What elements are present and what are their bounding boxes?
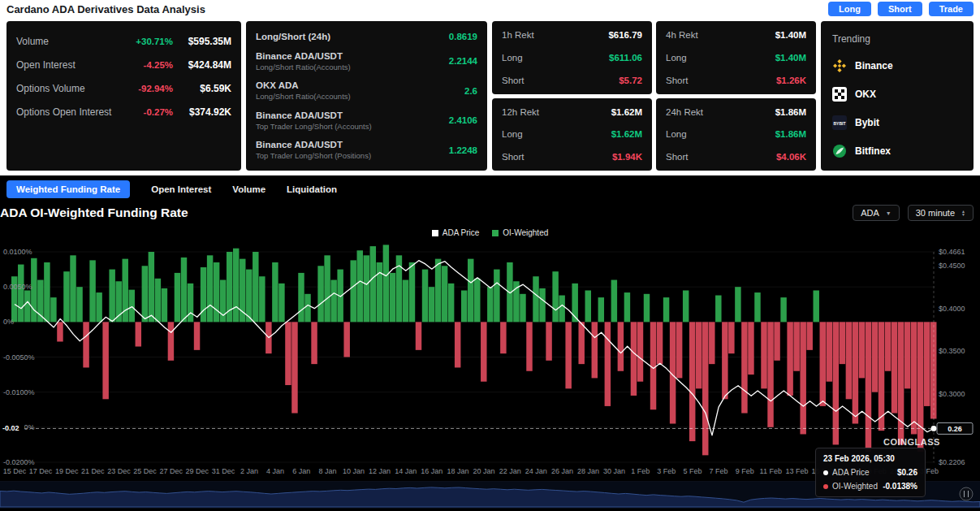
ratio-value: 0.8619: [449, 32, 477, 41]
legend-item-oi-weighted[interactable]: OI-Weighted: [492, 228, 548, 237]
coinglass-watermark: COINGLASS: [883, 437, 940, 447]
tooltip-label: ADA Price: [832, 468, 870, 477]
short-button[interactable]: Short: [878, 2, 922, 16]
summary-cards-row: Volume +30.71% $595.35M Open Interest -4…: [6, 21, 974, 171]
rekt-short-label: Short: [666, 152, 689, 162]
rekt-short-value: $1.26K: [776, 76, 806, 85]
tooltip-row: ADA Price $0.26: [823, 468, 917, 477]
metric-row: Options Volume -92.94% $6.59K: [16, 83, 231, 94]
svg-text:24 Jan: 24 Jan: [525, 467, 547, 475]
tooltip-value: $0.26: [897, 468, 917, 477]
okx-icon: [832, 87, 847, 102]
svg-text:27 Dec: 27 Dec: [159, 467, 183, 475]
rekt-total: $1.62M: [611, 107, 642, 117]
bybit-icon: BYBIT: [832, 115, 847, 130]
bitfinex-icon: [832, 144, 847, 158]
metric-value: $6.59K: [181, 83, 231, 94]
metric-label: Options Volume: [16, 83, 85, 94]
svg-text:2 Jan: 2 Jan: [240, 467, 258, 475]
trending-title: Trending: [832, 33, 962, 45]
coin-select-value: ADA: [861, 208, 879, 218]
rekt-long-label: Long: [666, 53, 687, 63]
rekt-long-value: $1.86M: [775, 129, 806, 139]
svg-text:$0.4500: $0.4500: [939, 262, 965, 270]
ratio-row: Long/Short (24h) 0.8619: [256, 32, 477, 41]
svg-text:13 Feb: 13 Feb: [785, 467, 808, 475]
trending-item-binance[interactable]: Binance: [832, 58, 962, 73]
trending-item-bitfinex[interactable]: Bitfinex: [832, 144, 962, 158]
binance-icon: [832, 58, 847, 73]
chart-tooltip: 23 Feb 2026, 05:30 ADA Price $0.26 OI-We…: [815, 448, 926, 497]
rekt-total: $1.86M: [775, 107, 806, 117]
ratio-title: Long/Short (24h): [256, 32, 330, 41]
svg-text:16 Jan: 16 Jan: [421, 467, 443, 475]
rekt-title: 12h Rekt: [502, 107, 539, 117]
price-dot-icon: [823, 470, 828, 475]
rekt-long-label: Long: [502, 53, 523, 63]
svg-text:0.0050%: 0.0050%: [3, 283, 32, 291]
tab-liquidation[interactable]: Liquidation: [287, 184, 337, 194]
svg-text:3 Feb: 3 Feb: [657, 467, 676, 475]
funding-rate-chart[interactable]: 0.0100%0.0050%0%-0.0050%-0.0100%-0.0150%…: [0, 240, 980, 476]
metric-change: -92.94%: [138, 84, 173, 93]
tab-weighted-funding-rate[interactable]: Weighted Funding Rate: [6, 180, 130, 198]
rekt-short-value: $5.72: [619, 76, 642, 85]
rekt-title: 1h Rekt: [502, 30, 534, 40]
rekt-total: $616.79: [608, 30, 642, 40]
trade-button[interactable]: Trade: [929, 2, 974, 16]
svg-text:19 Dec: 19 Dec: [55, 467, 79, 475]
top-section: Cardano ADA Derivatives Data Analysis Lo…: [0, 0, 980, 175]
metric-value: $424.84M: [181, 59, 231, 71]
metric-label: Volume: [16, 36, 49, 47]
chart-title: ADA OI-Weighted Funding Rate: [0, 206, 188, 220]
rekt-short-label: Short: [502, 152, 525, 162]
tooltip-value: -0.0138%: [883, 482, 917, 491]
liquidation-rekt-grid: 1h Rekt$616.79 Long$611.06 Short$5.72 4h…: [492, 21, 816, 171]
rekt-card-24h: 24h Rekt$1.86M Long$1.86M Short$4.06K: [656, 98, 816, 171]
coin-select[interactable]: ADA ▼: [853, 205, 900, 221]
ratio-row: Binance ADA/USDT Top Trader Long/Short (…: [256, 140, 477, 160]
svg-text:29 Dec: 29 Dec: [186, 467, 209, 475]
legend-label: ADA Price: [443, 228, 480, 237]
ratio-title: OKX ADA: [256, 80, 351, 90]
interval-select[interactable]: 30 minute ▲▼: [908, 205, 974, 221]
legend-marker: [432, 230, 438, 236]
tab-open-interest[interactable]: Open Interest: [151, 184, 211, 194]
trending-item-bybit[interactable]: BYBIT Bybit: [832, 115, 962, 130]
metric-label: Options Open Interest: [16, 106, 111, 118]
svg-text:18 Jan: 18 Jan: [447, 467, 468, 475]
svg-text:4 Jan: 4 Jan: [266, 467, 284, 475]
svg-text:6 Jan: 6 Jan: [292, 467, 310, 475]
ratio-subtitle: Top Trader Long/Short (Positions): [256, 151, 371, 160]
navigator-handle: [960, 487, 973, 500]
ratio-subtitle: Top Trader Long/Short (Accounts): [256, 122, 372, 131]
long-button[interactable]: Long: [828, 2, 871, 16]
rekt-long-value: $611.06: [609, 53, 642, 63]
chart-header: ADA OI-Weighted Funding Rate ADA ▼ 30 mi…: [0, 202, 974, 223]
ratio-value: 1.2248: [449, 145, 477, 155]
svg-text:28 Jan: 28 Jan: [577, 467, 599, 475]
metric-row: Options Open Interest -0.27% $374.92K: [16, 106, 231, 118]
svg-text:30 Jan: 30 Jan: [603, 467, 625, 475]
legend-item-ada-price[interactable]: ADA Price: [432, 228, 480, 237]
tooltip-row: OI-Weighted -0.0138%: [823, 482, 917, 491]
svg-text:22 Jan: 22 Jan: [499, 467, 521, 475]
svg-text:5 Feb: 5 Feb: [683, 467, 702, 475]
ratio-subtitle: Long/Short Ratio(Accounts): [256, 92, 351, 101]
rekt-long-value: $1.40M: [775, 53, 806, 63]
volume-metrics-card: Volume +30.71% $595.35M Open Interest -4…: [6, 21, 241, 171]
long-short-ratios-card: Long/Short (24h) 0.8619 Binance ADA/USDT…: [246, 21, 487, 171]
svg-text:12 Jan: 12 Jan: [369, 467, 391, 475]
rekt-total: $1.40M: [775, 30, 806, 40]
ratio-title: Binance ADA/USDT: [256, 140, 371, 149]
svg-text:-0.0100%: -0.0100%: [3, 388, 35, 396]
svg-text:$0.4661: $0.4661: [939, 248, 965, 256]
metric-value: $595.35M: [181, 36, 231, 47]
svg-text:$0.3500: $0.3500: [939, 347, 965, 355]
trending-item-okx[interactable]: OKX: [832, 87, 962, 102]
metric-row: Volume +30.71% $595.35M: [16, 36, 231, 47]
rekt-title: 4h Rekt: [666, 30, 698, 40]
svg-text:11 Feb: 11 Feb: [760, 467, 782, 475]
metric-change: -4.25%: [144, 60, 173, 70]
tab-volume[interactable]: Volume: [232, 184, 266, 194]
